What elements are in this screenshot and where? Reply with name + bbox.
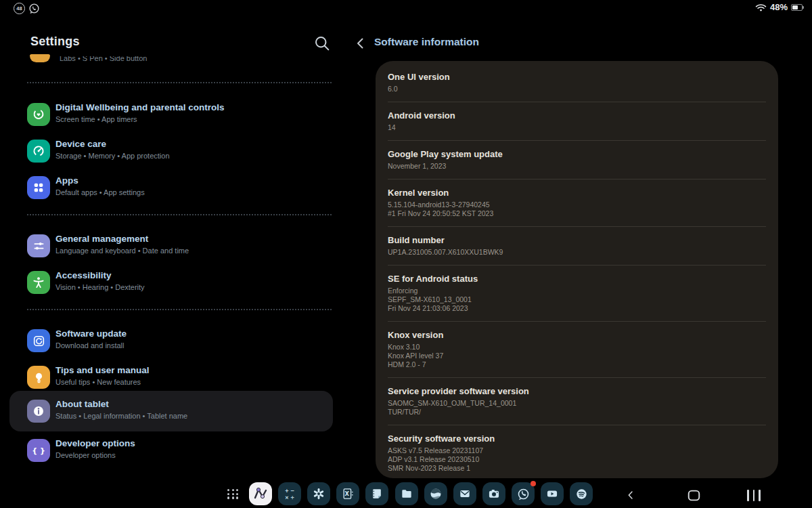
photo-editor-app-icon[interactable] [307,482,330,505]
detail-row-build-number[interactable]: Build number UP1A.231005.007.X610XXU1BWK… [388,227,766,265]
internet-browser-app-icon[interactable] [424,482,447,505]
sidebar-item-general-management[interactable]: General management Language and keyboard… [9,233,333,266]
divider [27,214,332,215]
software-information-card: One UI version 6.0 Android version 14 Go… [376,61,778,478]
my-files-app-icon[interactable] [395,482,418,505]
about-tablet-icon [27,400,50,423]
nav-recents-button[interactable] [744,486,763,504]
page-title: Settings [30,35,80,49]
taskbar: + − × ÷ X [0,481,812,508]
graphing-app-icon[interactable] [249,482,272,505]
accessibility-icon [27,271,50,294]
tips-icon [27,366,50,389]
sidebar-item-digital-wellbeing[interactable]: Digital Wellbeing and parental controls … [9,102,333,134]
nav-back-button[interactable] [621,486,640,504]
developer-options-icon: { } [27,439,50,462]
detail-row-service-provider-software-version[interactable]: Service provider software version SAOMC_… [388,378,766,425]
battery-percent: 48% [770,2,788,12]
youtube-app-icon[interactable] [541,482,564,505]
email-app-icon[interactable] [453,482,476,505]
digital-wellbeing-icon [27,103,50,126]
search-icon[interactable] [313,34,332,53]
whatsapp-status-icon [28,3,40,14]
divider [27,82,332,83]
calculator-app-icon[interactable]: + − × ÷ [278,482,301,505]
advanced-features-icon-clipped[interactable] [30,54,50,62]
detail-row-android-version[interactable]: Android version 14 [388,102,766,140]
detail-row-google-play-system-update[interactable]: Google Play system update November 1, 20… [388,141,766,179]
detail-page-title: Software information [374,36,479,48]
svg-text:{ }: { } [32,446,45,455]
advanced-features-subtitle-clipped[interactable]: Labs • S Pen • Side button [60,56,263,64]
sidebar-item-accessibility[interactable]: Accessibility Vision • Hearing • Dexteri… [9,270,333,302]
notes-app-icon[interactable] [365,482,388,505]
sidebar-item-apps[interactable]: Apps Default apps • App settings [9,175,333,207]
software-update-icon [27,329,50,352]
notification-count-badge: 48 [14,3,25,14]
divider [27,309,332,310]
status-bar: 48 48% [0,0,812,18]
app-drawer-icon[interactable] [227,489,239,499]
back-icon[interactable] [353,35,369,51]
sidebar-item-software-update[interactable]: Software update Download and install [9,328,333,360]
general-management-icon [27,234,50,257]
nav-home-button[interactable] [684,486,703,504]
whatsapp-notification-dot [531,481,536,486]
sidebar-item-about-tablet[interactable]: About tablet Status • Legal information … [9,391,333,431]
svg-text:×: × [285,494,289,501]
detail-row-security-software-version[interactable]: Security software version ASKS v7.5 Rele… [388,425,766,478]
svg-text:÷: ÷ [290,494,294,501]
detail-row-kernel-version[interactable]: Kernel version 5.15.104-android13-3-2794… [388,179,766,226]
detail-row-one-ui-version[interactable]: One UI version 6.0 [388,64,766,102]
spotify-app-icon[interactable] [570,482,593,505]
detail-row-se-for-android-status[interactable]: SE for Android status Enforcing SEPF_SM-… [388,266,766,321]
device-care-icon [27,140,50,163]
whatsapp-app-icon[interactable] [512,482,535,505]
wifi-icon [755,3,767,12]
detail-row-knox-version[interactable]: Knox version Knox 3.10 Knox API level 37… [388,322,766,377]
svg-text:X: X [345,490,350,497]
sidebar-item-device-care[interactable]: Device care Storage • Memory • App prote… [9,138,333,171]
excel-app-icon[interactable]: X [336,482,359,505]
battery-icon [791,4,803,11]
sidebar-item-developer-options[interactable]: { } Developer options Developer options [9,438,333,470]
svg-text:+: + [285,488,289,494]
apps-icon [27,176,50,199]
svg-text:−: − [290,488,294,494]
camera-app-icon[interactable] [482,482,505,505]
